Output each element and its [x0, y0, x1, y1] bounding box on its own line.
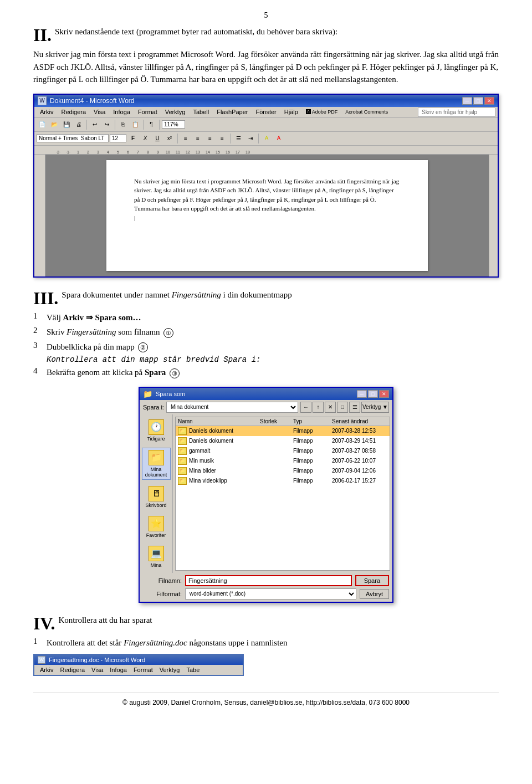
- copy-btn[interactable]: ⎘: [117, 119, 129, 130]
- bold-para-btn[interactable]: ¶: [146, 119, 157, 130]
- ruler-mark: 17: [233, 150, 243, 154]
- word-page[interactable]: Nu skriver jag min första text i program…: [106, 160, 428, 271]
- menu-redigera[interactable]: Redigera: [58, 107, 89, 116]
- taskbar-menu-infoga[interactable]: Infoga: [108, 666, 129, 674]
- new-folder-btn[interactable]: □: [337, 402, 348, 413]
- saveas-file-header: Namn Storlek Typ Senast ändrad: [176, 417, 390, 426]
- close-button[interactable]: ✕: [484, 97, 494, 105]
- folder-icon: 📁: [178, 477, 187, 485]
- page-number: 5: [33, 11, 499, 20]
- taskbar-doc-icon: W: [38, 656, 45, 664]
- align-right[interactable]: ≡: [204, 133, 216, 144]
- back-btn[interactable]: ←: [300, 402, 311, 413]
- sidebar-item-skrivbord[interactable]: 🖥 Skrivbord: [142, 484, 171, 510]
- iv-step-1-italic: Fingersättning.doc: [124, 638, 187, 647]
- word-window-controls[interactable]: ─ □ ✕: [462, 97, 494, 105]
- ruler-mark: 18: [243, 150, 253, 154]
- menu-fonster[interactable]: Fönster: [252, 107, 279, 116]
- step-2: 2 Skriv Fingersättning som filnamn ①: [33, 326, 499, 339]
- annotation-circle-2: ②: [138, 342, 148, 352]
- sidebar-item-mina-dokument[interactable]: 📁 Mina dokument: [142, 448, 171, 480]
- ruler-mark: 10: [163, 150, 173, 154]
- file-row-videoklipp[interactable]: 📁 Mina videoklipp Filmapp 2006-02-17 15:…: [176, 476, 390, 486]
- indent-btn[interactable]: ⇥: [245, 133, 256, 144]
- underline-btn[interactable]: U: [152, 133, 163, 144]
- sidebar-item-mina[interactable]: 💻 Mina: [142, 544, 171, 570]
- ruler-mark: 8: [143, 150, 153, 154]
- menu-flashpaper[interactable]: FlashPaper: [213, 107, 251, 116]
- menu-format[interactable]: Format: [135, 107, 161, 116]
- sidebar-label-favoriter: Favoriter: [146, 532, 166, 538]
- sidebar-item-tidigare[interactable]: 🕐 Tidigare: [142, 418, 171, 443]
- saveas-titlebar-controls[interactable]: ─ □ ✕: [357, 390, 389, 398]
- sidebar-label-mina-dokument: Mina dokument: [144, 467, 168, 478]
- open-btn[interactable]: 📂: [49, 119, 60, 130]
- taskbar-menu-visa[interactable]: Visa: [89, 666, 105, 674]
- print-btn[interactable]: 🖨: [73, 119, 84, 130]
- file-row-gammalt[interactable]: 📁 gammalt Filmapp 2007-08-27 08:58: [176, 446, 390, 456]
- step-2-text: Skriv Fingersättning som filnamn ①: [47, 326, 173, 339]
- file-row-daniels2[interactable]: 📁 Daniels dokument Filmapp 2007-08-29 14…: [176, 436, 390, 446]
- word-help-box[interactable]: Skriv en fråga för hjälp: [418, 107, 495, 117]
- bold-btn[interactable]: F: [127, 133, 139, 144]
- style-select[interactable]: [37, 134, 109, 142]
- taskbar-menu-format[interactable]: Format: [131, 666, 155, 674]
- save-button[interactable]: Spara: [355, 575, 389, 586]
- save-btn[interactable]: 💾: [61, 119, 72, 130]
- saveas-minimize[interactable]: ─: [357, 390, 367, 398]
- new-btn[interactable]: 📄: [37, 119, 48, 130]
- delete-btn[interactable]: ✕: [325, 402, 336, 413]
- step-4-bold: Spara: [145, 368, 166, 377]
- file-name-gammalt: 📁 gammalt: [178, 447, 260, 455]
- align-center[interactable]: ≡: [192, 133, 203, 144]
- list-btn[interactable]: ☰: [233, 133, 244, 144]
- menu-visa[interactable]: Visa: [90, 107, 109, 116]
- step-2-italic: Fingersättning: [66, 327, 116, 336]
- minimize-button[interactable]: ─: [462, 97, 472, 105]
- file-date: 2007-08-27 08:58: [332, 448, 387, 454]
- maximize-button[interactable]: □: [473, 97, 483, 105]
- menu-verktyg[interactable]: Verktyg: [162, 107, 189, 116]
- taskbar-menu-redigera[interactable]: Redigera: [58, 666, 87, 674]
- align-justify[interactable]: ≡: [217, 133, 228, 144]
- font-size-input[interactable]: [110, 134, 126, 142]
- menu-hjalp[interactable]: Hjälp: [281, 107, 301, 116]
- italic-btn[interactable]: X: [140, 133, 151, 144]
- menu-tabell[interactable]: Tabell: [190, 107, 212, 116]
- cancel-button[interactable]: Avbryt: [360, 589, 389, 599]
- highlight-btn[interactable]: A: [261, 133, 272, 144]
- menu-acrobat[interactable]: Acrobat Comments: [342, 108, 391, 116]
- sidebar-item-favoriter[interactable]: ⭐ Favoriter: [142, 514, 171, 540]
- color-btn[interactable]: A: [273, 133, 284, 144]
- tools-btn[interactable]: Verktyg ▼: [361, 402, 389, 413]
- file-date: 2007-06-22 10:07: [332, 458, 387, 464]
- footer: © augusti 2009, Daniel Cronholm, Sensus,…: [33, 693, 499, 706]
- up-btn[interactable]: ↑: [313, 402, 324, 413]
- file-row-musik[interactable]: 📁 Min musik Filmapp 2007-06-22 10:07: [176, 456, 390, 466]
- menu-arkiv[interactable]: Arkiv: [37, 107, 57, 116]
- saveas-location-select[interactable]: Mina dokument: [166, 402, 298, 413]
- align-left[interactable]: ≡: [180, 133, 191, 144]
- menu-adobe[interactable]: 🅰 Adobe PDF: [303, 108, 341, 116]
- folder-icon: 📁: [178, 437, 187, 445]
- taskbar-menu-verktyg[interactable]: Verktyg: [157, 666, 182, 674]
- saveas-toolbar-btns: ← ↑ ✕ □ ☰ Verktyg ▼: [300, 402, 389, 413]
- view-btn[interactable]: ☰: [349, 402, 360, 413]
- annotation-circle-3: ③: [170, 368, 180, 378]
- file-row-bilder[interactable]: 📁 Mina bilder Filmapp 2007-09-04 12:06: [176, 466, 390, 476]
- sub-btn[interactable]: x²: [164, 133, 175, 144]
- redo-btn[interactable]: ↪: [101, 119, 112, 130]
- saveas-maximize[interactable]: □: [368, 390, 378, 398]
- saveas-body: 🕐 Tidigare 📁 Mina dokument 🖥 Skrivbord ⭐…: [140, 414, 392, 573]
- file-row-daniels-top[interactable]: 📁 Daniels dokument Filmapp 2007-08-28 12…: [176, 426, 390, 436]
- menu-infoga[interactable]: Infoga: [110, 107, 134, 116]
- filename-input[interactable]: [185, 575, 352, 586]
- taskbar-menu-arkiv[interactable]: Arkiv: [38, 666, 55, 674]
- paste-btn[interactable]: 📋: [130, 119, 141, 130]
- word-scrollbar[interactable]: [489, 155, 498, 276]
- undo-btn[interactable]: ↩: [89, 119, 100, 130]
- saveas-close[interactable]: ✕: [379, 390, 389, 398]
- format-select[interactable]: word-dokument (*.doc): [185, 588, 356, 599]
- taskbar-menu-tabe[interactable]: Tabe: [184, 666, 202, 674]
- zoom-input[interactable]: [162, 120, 185, 129]
